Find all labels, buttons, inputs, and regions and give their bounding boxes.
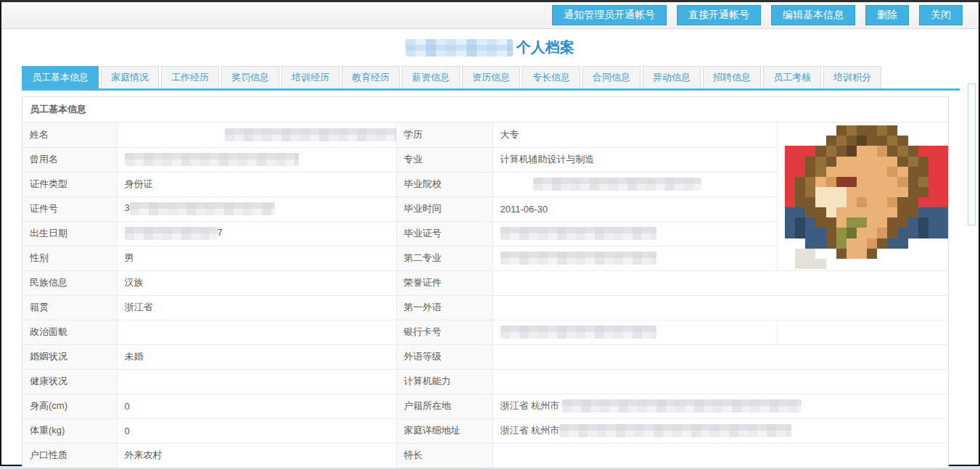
field-value: 0 [117, 394, 396, 418]
table-row: 体重(kg) 0 家庭详细地址 浙江省 杭州市 [22, 418, 948, 443]
field-label: 体重(kg) [22, 418, 117, 443]
field-label: 家庭详细地址 [396, 418, 493, 443]
table-row: 健康状况 计算机能力 [22, 369, 948, 394]
tab-reward-punishment[interactable]: 奖罚信息 [221, 66, 279, 88]
field-label: 曾用名 [22, 147, 117, 172]
field-label: 民族信息 [22, 270, 117, 295]
tab-training-points[interactable]: 培训积分 [823, 66, 881, 88]
tab-transfer[interactable]: 异动信息 [643, 66, 701, 88]
action-toolbar: 通知管理员开通帐号 直接开通帐号 编辑基本信息 删除 关闭 [1, 2, 979, 29]
field-label: 证件类型 [22, 172, 117, 196]
tab-specialty[interactable]: 专长信息 [522, 66, 580, 88]
close-button[interactable]: 关闭 [919, 5, 963, 25]
redacted-value [130, 202, 275, 215]
field-value: 男 [117, 246, 396, 270]
field-value-text: 7 [218, 227, 223, 238]
tab-salary[interactable]: 薪资信息 [402, 66, 460, 88]
field-label: 银行卡号 [396, 320, 493, 344]
field-label: 第一外语 [396, 295, 493, 320]
field-value: 外来农村 [117, 443, 396, 468]
tab-work-history[interactable]: 工作经历 [161, 66, 219, 88]
field-value-text: 3 [125, 202, 130, 213]
tab-contract[interactable]: 合同信息 [582, 66, 641, 88]
field-value [493, 443, 948, 468]
edit-basic-info-button[interactable]: 编辑基本信息 [771, 5, 855, 25]
tab-training-history[interactable]: 培训经历 [281, 66, 339, 88]
field-value [117, 147, 396, 172]
tab-basic-info[interactable]: 员工基本信息 [22, 66, 99, 88]
field-label: 外语等级 [396, 344, 493, 369]
notify-admin-open-account-button[interactable]: 通知管理员开通帐号 [552, 5, 667, 25]
field-value: 计算机辅助设计与制造 [493, 147, 777, 172]
field-value: 0 [117, 418, 396, 443]
redacted-value [501, 325, 656, 339]
redacted-value [125, 227, 218, 240]
direct-open-account-button[interactable]: 直接开通帐号 [677, 5, 761, 25]
tab-qualification[interactable]: 资历信息 [462, 66, 520, 88]
redacted-employee-name [405, 39, 513, 57]
profile-tab-bar: 员工基本信息 家庭情况 工作经历 奖罚信息 培训经历 教育经历 薪资信息 资历信… [22, 66, 960, 91]
employee-profile-window: 通知管理员开通帐号 直接开通帐号 编辑基本信息 删除 关闭 个人档案 员工基本信… [0, 0, 980, 466]
photo-cell [777, 123, 948, 270]
field-value [117, 123, 396, 147]
redacted-value [501, 227, 656, 240]
field-value-text: 浙江省 杭州市 [501, 400, 562, 411]
table-row: 姓名 学历 大专 [22, 123, 948, 147]
redacted-value [125, 153, 299, 166]
basic-info-panel: 员工基本信息 姓名 学历 大专 曾用名 专业 计算机辅助设计与制造 证件类型 身… [22, 96, 949, 468]
table-row: 民族信息 汉族 荣誉证件 [22, 270, 948, 295]
field-label: 毕业时间 [396, 196, 493, 221]
redacted-value [501, 252, 656, 265]
field-value-text: 浙江省 杭州市 [501, 425, 560, 436]
redacted-value [562, 399, 802, 412]
table-row: 籍贯 浙江省 第一外语 [22, 295, 948, 320]
empty-cell [777, 320, 948, 344]
field-label: 毕业院校 [396, 172, 493, 196]
field-value [493, 270, 948, 295]
field-value: 汉族 [117, 270, 396, 295]
field-label: 身高(cm) [22, 394, 117, 418]
page-title: 个人档案 [1, 38, 979, 59]
field-label: 计算机能力 [396, 369, 493, 394]
redacted-value [559, 424, 791, 437]
field-value [117, 369, 396, 394]
field-label: 特长 [396, 443, 493, 468]
employee-photo [785, 125, 949, 269]
field-value: 7 [117, 221, 396, 246]
field-value [493, 295, 948, 320]
tab-recruitment[interactable]: 招聘信息 [703, 66, 761, 88]
table-row: 婚姻状况 未婚 外语等级 [22, 344, 948, 369]
field-label: 学历 [396, 123, 493, 147]
field-value: 大专 [493, 123, 777, 147]
table-row: 政治面貌 银行卡号 [22, 320, 948, 344]
field-label: 证件号 [22, 196, 117, 221]
field-value: 身份证 [117, 172, 396, 196]
delete-button[interactable]: 删除 [865, 5, 909, 25]
page-title-text: 个人档案 [516, 39, 575, 55]
field-value [493, 320, 777, 344]
field-value [493, 344, 948, 369]
redacted-value [225, 128, 397, 141]
field-label: 婚姻状况 [22, 344, 117, 369]
field-value: 浙江省 [117, 295, 396, 320]
field-label: 籍贯 [22, 295, 117, 320]
basic-info-table: 姓名 学历 大专 曾用名 专业 计算机辅助设计与制造 证件类型 身份证 毕业院校 [22, 123, 948, 468]
field-label: 荣誉证件 [396, 270, 493, 295]
field-label: 健康状况 [22, 369, 117, 394]
tab-family[interactable]: 家庭情况 [101, 66, 159, 88]
tab-assessment[interactable]: 员工考核 [763, 66, 821, 88]
field-label: 户籍所在地 [396, 394, 493, 418]
field-value: 浙江省 杭州市 [493, 418, 948, 443]
field-value [493, 221, 777, 246]
panel-header: 员工基本信息 [22, 97, 948, 123]
field-label: 性别 [22, 246, 117, 270]
field-value [493, 172, 777, 196]
table-row: 户口性质 外来农村 特长 [22, 443, 948, 468]
tab-education[interactable]: 教育经历 [342, 66, 400, 88]
field-value [493, 246, 777, 270]
field-value: 浙江省 杭州市 [493, 394, 948, 418]
scrollbar-track[interactable] [968, 83, 976, 225]
field-value [117, 320, 396, 344]
field-label: 户口性质 [22, 443, 117, 468]
field-value: 未婚 [117, 344, 396, 369]
